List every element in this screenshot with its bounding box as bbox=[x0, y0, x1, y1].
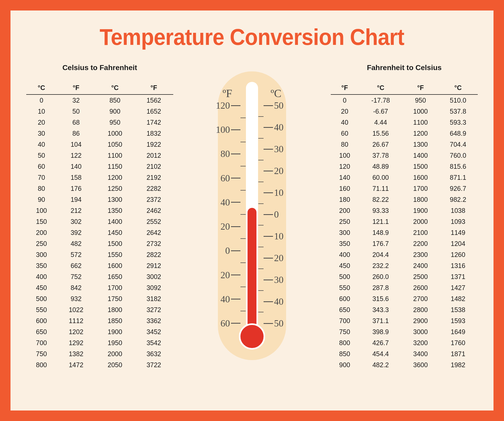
scale-tick bbox=[231, 178, 240, 178]
table-cell: 1112 bbox=[57, 315, 96, 326]
table-row: 750398.930001649 bbox=[331, 326, 478, 337]
table-cell: 232.2 bbox=[359, 260, 403, 271]
table-cell: 121.1 bbox=[359, 216, 403, 227]
table-row: 800426.732001760 bbox=[331, 337, 478, 348]
table-cell: 1400 bbox=[96, 216, 134, 227]
table-cell: 537.8 bbox=[438, 106, 478, 117]
scale-tick bbox=[231, 323, 240, 324]
table-cell: 80 bbox=[26, 183, 57, 194]
celsius-to-fahrenheit-block: Celsius to Fahrenheit °C°F°C°F 032850156… bbox=[26, 64, 173, 370]
table-cell: 3002 bbox=[134, 271, 173, 282]
table-cell: 148.9 bbox=[359, 227, 403, 238]
table-cell: 1550 bbox=[96, 249, 134, 260]
table-row: 0-17.78950510.0 bbox=[331, 94, 478, 106]
table-cell: 2912 bbox=[134, 260, 173, 271]
table-cell: 700 bbox=[26, 337, 57, 348]
table-cell: 176 bbox=[57, 183, 96, 194]
table-row: 350176.722001204 bbox=[331, 238, 478, 249]
table-cell: 60 bbox=[331, 128, 359, 139]
scale-number: 50 bbox=[274, 319, 284, 328]
table-cell: 0 bbox=[26, 94, 57, 106]
table-row: 700129219503542 bbox=[26, 337, 173, 348]
table-cell: 60 bbox=[26, 161, 57, 172]
left-table-title: Celsius to Fahrenheit bbox=[26, 64, 173, 72]
table-cell: 1382 bbox=[57, 348, 96, 359]
table-cell: 2900 bbox=[403, 315, 438, 326]
minor-tick bbox=[258, 116, 264, 117]
table-cell: 1300 bbox=[96, 194, 134, 205]
table-row: 50093217503182 bbox=[26, 293, 173, 304]
table-row: 15030214002552 bbox=[26, 216, 173, 227]
minor-tick bbox=[258, 160, 264, 160]
table-cell: 1832 bbox=[134, 128, 173, 139]
table-cell: 1600 bbox=[403, 172, 438, 183]
table-row: 5012211002012 bbox=[26, 150, 173, 161]
table-cell: 800 bbox=[331, 337, 359, 348]
table-cell: 50 bbox=[26, 150, 57, 161]
table-row: 850454.434001871 bbox=[331, 348, 478, 359]
table-cell: 15.56 bbox=[359, 128, 403, 139]
table-cell: 60.00 bbox=[359, 172, 403, 183]
table-cell: 1260 bbox=[438, 249, 478, 260]
table-cell: 300 bbox=[26, 249, 57, 260]
thermometer-mercury bbox=[248, 208, 256, 334]
scale-tick bbox=[231, 154, 240, 154]
table-cell: 140 bbox=[331, 172, 359, 183]
table-cell: 3600 bbox=[403, 359, 438, 370]
scale-number: 20 bbox=[274, 253, 284, 263]
table-cell: 1050 bbox=[96, 139, 134, 150]
right-table: °F°C°F°C 0-17.78950510.020-6.671000537.8… bbox=[331, 82, 478, 370]
left-table: °C°F°C°F 0328501562105090016522068950174… bbox=[26, 82, 173, 370]
table-cell: 1292 bbox=[57, 337, 96, 348]
table-cell: 20 bbox=[331, 106, 359, 117]
table-cell: 760.0 bbox=[438, 150, 478, 161]
table-row: 300148.921001149 bbox=[331, 227, 478, 238]
minor-ticks-celsius bbox=[258, 106, 265, 323]
table-cell: 550 bbox=[331, 282, 359, 293]
minor-tick bbox=[258, 247, 264, 247]
table-cell: 450 bbox=[26, 282, 57, 293]
table-cell: 1742 bbox=[134, 117, 173, 128]
table-cell: 180 bbox=[331, 194, 359, 205]
table-cell: 343.3 bbox=[359, 304, 403, 315]
table-cell: 80 bbox=[331, 139, 359, 150]
table-cell: 600 bbox=[26, 315, 57, 326]
table-cell: 40 bbox=[331, 117, 359, 128]
scale-fahrenheit: 120100806040200204060 bbox=[220, 106, 242, 323]
table-cell: 1700 bbox=[96, 282, 134, 293]
table-row: 16071.111700926.7 bbox=[331, 183, 478, 194]
table-cell: 1400 bbox=[403, 150, 438, 161]
table-cell: 30 bbox=[26, 128, 57, 139]
table-cell: 1204 bbox=[438, 238, 478, 249]
table-cell: 1500 bbox=[403, 161, 438, 172]
minor-tick bbox=[240, 287, 246, 287]
table-row: 9019413002372 bbox=[26, 194, 173, 205]
table-row: 20-6.671000537.8 bbox=[331, 106, 478, 117]
scale-tick bbox=[264, 105, 273, 106]
table-cell: 20 bbox=[26, 117, 57, 128]
table-cell: 194 bbox=[57, 194, 96, 205]
table-cell: 842 bbox=[57, 282, 96, 293]
table-cell: 200 bbox=[331, 205, 359, 216]
minor-tick bbox=[258, 312, 264, 312]
table-cell: 176.7 bbox=[359, 238, 403, 249]
table-cell: 2100 bbox=[403, 227, 438, 238]
scale-number: 0 bbox=[274, 210, 279, 219]
table-row: 18082.221800982.2 bbox=[331, 194, 478, 205]
table-row: 7015812002192 bbox=[26, 172, 173, 183]
minor-tick bbox=[240, 214, 246, 215]
table-cell: 1649 bbox=[438, 326, 478, 337]
table-cell: 2700 bbox=[403, 293, 438, 304]
table-row: 600315.627001482 bbox=[331, 293, 478, 304]
table-cell: 250 bbox=[26, 238, 57, 249]
table-cell: 1500 bbox=[96, 238, 134, 249]
table-cell: 1450 bbox=[96, 227, 134, 238]
table-row: 404.441100593.3 bbox=[331, 117, 478, 128]
scale-tick bbox=[264, 258, 273, 259]
minor-tick bbox=[258, 203, 264, 204]
table-cell: 900 bbox=[96, 106, 134, 117]
table-cell: 2600 bbox=[403, 282, 438, 293]
table-cell: 1482 bbox=[438, 293, 478, 304]
table-cell: 1038 bbox=[438, 205, 478, 216]
content-columns: Celsius to Fahrenheit °C°F°C°F 032850156… bbox=[26, 64, 478, 370]
